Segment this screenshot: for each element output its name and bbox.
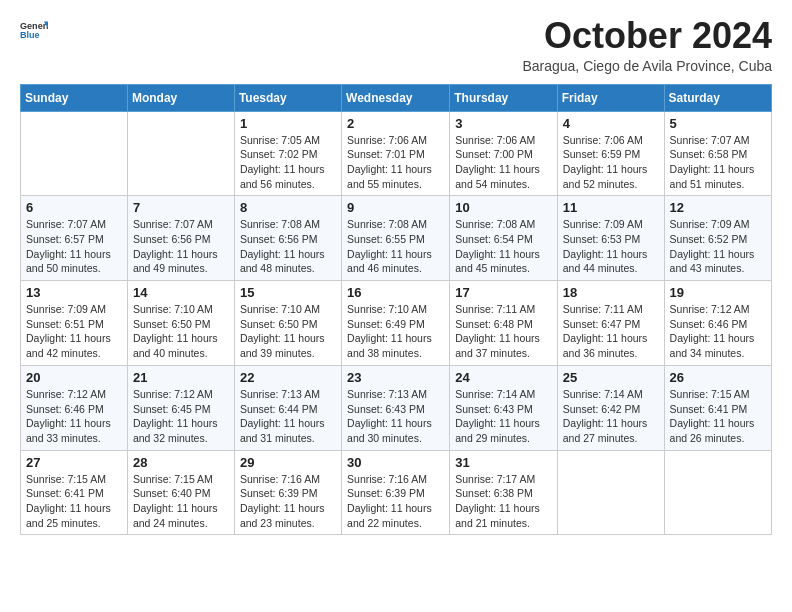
day-number: 22 xyxy=(240,370,336,385)
cell-info: Sunrise: 7:10 AMSunset: 6:50 PMDaylight:… xyxy=(240,302,336,361)
calendar-cell: 20Sunrise: 7:12 AMSunset: 6:46 PMDayligh… xyxy=(21,365,128,450)
sunset-label: Sunset: 6:52 PM xyxy=(670,233,748,245)
day-header-friday: Friday xyxy=(557,84,664,111)
cell-info: Sunrise: 7:06 AMSunset: 7:01 PMDaylight:… xyxy=(347,133,444,192)
cell-info: Sunrise: 7:13 AMSunset: 6:44 PMDaylight:… xyxy=(240,387,336,446)
sunrise-label: Sunrise: 7:16 AM xyxy=(347,473,427,485)
day-header-sunday: Sunday xyxy=(21,84,128,111)
calendar-cell: 4Sunrise: 7:06 AMSunset: 6:59 PMDaylight… xyxy=(557,111,664,196)
calendar-cell: 16Sunrise: 7:10 AMSunset: 6:49 PMDayligh… xyxy=(342,281,450,366)
daylight-label: Daylight: 11 hours and 54 minutes. xyxy=(455,163,540,190)
sunset-label: Sunset: 7:02 PM xyxy=(240,148,318,160)
daylight-label: Daylight: 11 hours and 22 minutes. xyxy=(347,502,432,529)
sunrise-label: Sunrise: 7:06 AM xyxy=(563,134,643,146)
sunrise-label: Sunrise: 7:11 AM xyxy=(455,303,535,315)
daylight-label: Daylight: 11 hours and 26 minutes. xyxy=(670,417,755,444)
cell-info: Sunrise: 7:07 AMSunset: 6:57 PMDaylight:… xyxy=(26,217,122,276)
daylight-label: Daylight: 11 hours and 25 minutes. xyxy=(26,502,111,529)
title-section: October 2024 Baragua, Ciego de Avila Pro… xyxy=(522,16,772,74)
calendar-body: 1Sunrise: 7:05 AMSunset: 7:02 PMDaylight… xyxy=(21,111,772,535)
cell-info: Sunrise: 7:15 AMSunset: 6:41 PMDaylight:… xyxy=(26,472,122,531)
day-headers-row: SundayMondayTuesdayWednesdayThursdayFrid… xyxy=(21,84,772,111)
day-number: 12 xyxy=(670,200,766,215)
day-number: 15 xyxy=(240,285,336,300)
day-header-tuesday: Tuesday xyxy=(234,84,341,111)
calendar-table: SundayMondayTuesdayWednesdayThursdayFrid… xyxy=(20,84,772,536)
sunset-label: Sunset: 6:58 PM xyxy=(670,148,748,160)
sunrise-label: Sunrise: 7:15 AM xyxy=(133,473,213,485)
sunrise-label: Sunrise: 7:13 AM xyxy=(240,388,320,400)
sunrise-label: Sunrise: 7:09 AM xyxy=(26,303,106,315)
cell-info: Sunrise: 7:07 AMSunset: 6:58 PMDaylight:… xyxy=(670,133,766,192)
cell-info: Sunrise: 7:13 AMSunset: 6:43 PMDaylight:… xyxy=(347,387,444,446)
cell-info: Sunrise: 7:14 AMSunset: 6:43 PMDaylight:… xyxy=(455,387,551,446)
daylight-label: Daylight: 11 hours and 31 minutes. xyxy=(240,417,325,444)
cell-info: Sunrise: 7:09 AMSunset: 6:52 PMDaylight:… xyxy=(670,217,766,276)
day-number: 29 xyxy=(240,455,336,470)
day-number: 21 xyxy=(133,370,229,385)
day-number: 24 xyxy=(455,370,551,385)
calendar-cell: 10Sunrise: 7:08 AMSunset: 6:54 PMDayligh… xyxy=(450,196,557,281)
sunrise-label: Sunrise: 7:12 AM xyxy=(670,303,750,315)
logo: General Blue xyxy=(20,16,48,44)
sunrise-label: Sunrise: 7:08 AM xyxy=(347,218,427,230)
calendar-cell: 31Sunrise: 7:17 AMSunset: 6:38 PMDayligh… xyxy=(450,450,557,535)
sunset-label: Sunset: 6:57 PM xyxy=(26,233,104,245)
sunset-label: Sunset: 6:41 PM xyxy=(670,403,748,415)
day-number: 9 xyxy=(347,200,444,215)
sunrise-label: Sunrise: 7:11 AM xyxy=(563,303,643,315)
day-number: 11 xyxy=(563,200,659,215)
daylight-label: Daylight: 11 hours and 44 minutes. xyxy=(563,248,648,275)
cell-info: Sunrise: 7:16 AMSunset: 6:39 PMDaylight:… xyxy=(240,472,336,531)
daylight-label: Daylight: 11 hours and 33 minutes. xyxy=(26,417,111,444)
cell-info: Sunrise: 7:17 AMSunset: 6:38 PMDaylight:… xyxy=(455,472,551,531)
sunrise-label: Sunrise: 7:07 AM xyxy=(26,218,106,230)
sunset-label: Sunset: 6:54 PM xyxy=(455,233,533,245)
cell-info: Sunrise: 7:08 AMSunset: 6:55 PMDaylight:… xyxy=(347,217,444,276)
calendar-cell: 3Sunrise: 7:06 AMSunset: 7:00 PMDaylight… xyxy=(450,111,557,196)
cell-info: Sunrise: 7:06 AMSunset: 7:00 PMDaylight:… xyxy=(455,133,551,192)
calendar-cell: 26Sunrise: 7:15 AMSunset: 6:41 PMDayligh… xyxy=(664,365,771,450)
sunset-label: Sunset: 7:01 PM xyxy=(347,148,425,160)
cell-info: Sunrise: 7:16 AMSunset: 6:39 PMDaylight:… xyxy=(347,472,444,531)
calendar-cell: 27Sunrise: 7:15 AMSunset: 6:41 PMDayligh… xyxy=(21,450,128,535)
sunset-label: Sunset: 6:44 PM xyxy=(240,403,318,415)
daylight-label: Daylight: 11 hours and 30 minutes. xyxy=(347,417,432,444)
cell-info: Sunrise: 7:06 AMSunset: 6:59 PMDaylight:… xyxy=(563,133,659,192)
calendar-cell: 8Sunrise: 7:08 AMSunset: 6:56 PMDaylight… xyxy=(234,196,341,281)
cell-info: Sunrise: 7:11 AMSunset: 6:47 PMDaylight:… xyxy=(563,302,659,361)
calendar-cell xyxy=(557,450,664,535)
cell-info: Sunrise: 7:11 AMSunset: 6:48 PMDaylight:… xyxy=(455,302,551,361)
day-number: 4 xyxy=(563,116,659,131)
sunrise-label: Sunrise: 7:09 AM xyxy=(563,218,643,230)
calendar-cell: 5Sunrise: 7:07 AMSunset: 6:58 PMDaylight… xyxy=(664,111,771,196)
cell-info: Sunrise: 7:09 AMSunset: 6:53 PMDaylight:… xyxy=(563,217,659,276)
calendar-cell: 28Sunrise: 7:15 AMSunset: 6:40 PMDayligh… xyxy=(127,450,234,535)
sunrise-label: Sunrise: 7:12 AM xyxy=(26,388,106,400)
sunset-label: Sunset: 6:43 PM xyxy=(455,403,533,415)
sunset-label: Sunset: 6:55 PM xyxy=(347,233,425,245)
sunset-label: Sunset: 6:59 PM xyxy=(563,148,641,160)
cell-info: Sunrise: 7:10 AMSunset: 6:50 PMDaylight:… xyxy=(133,302,229,361)
sunset-label: Sunset: 6:56 PM xyxy=(240,233,318,245)
sunset-label: Sunset: 6:50 PM xyxy=(240,318,318,330)
day-number: 7 xyxy=(133,200,229,215)
cell-info: Sunrise: 7:12 AMSunset: 6:46 PMDaylight:… xyxy=(26,387,122,446)
cell-info: Sunrise: 7:05 AMSunset: 7:02 PMDaylight:… xyxy=(240,133,336,192)
cell-info: Sunrise: 7:12 AMSunset: 6:45 PMDaylight:… xyxy=(133,387,229,446)
daylight-label: Daylight: 11 hours and 52 minutes. xyxy=(563,163,648,190)
sunset-label: Sunset: 6:43 PM xyxy=(347,403,425,415)
daylight-label: Daylight: 11 hours and 55 minutes. xyxy=(347,163,432,190)
calendar-cell: 25Sunrise: 7:14 AMSunset: 6:42 PMDayligh… xyxy=(557,365,664,450)
calendar-cell xyxy=(664,450,771,535)
daylight-label: Daylight: 11 hours and 38 minutes. xyxy=(347,332,432,359)
calendar-cell: 21Sunrise: 7:12 AMSunset: 6:45 PMDayligh… xyxy=(127,365,234,450)
sunset-label: Sunset: 6:42 PM xyxy=(563,403,641,415)
calendar-week-5: 27Sunrise: 7:15 AMSunset: 6:41 PMDayligh… xyxy=(21,450,772,535)
calendar-week-2: 6Sunrise: 7:07 AMSunset: 6:57 PMDaylight… xyxy=(21,196,772,281)
sunset-label: Sunset: 6:39 PM xyxy=(347,487,425,499)
daylight-label: Daylight: 11 hours and 50 minutes. xyxy=(26,248,111,275)
daylight-label: Daylight: 11 hours and 23 minutes. xyxy=(240,502,325,529)
sunrise-label: Sunrise: 7:14 AM xyxy=(563,388,643,400)
daylight-label: Daylight: 11 hours and 49 minutes. xyxy=(133,248,218,275)
